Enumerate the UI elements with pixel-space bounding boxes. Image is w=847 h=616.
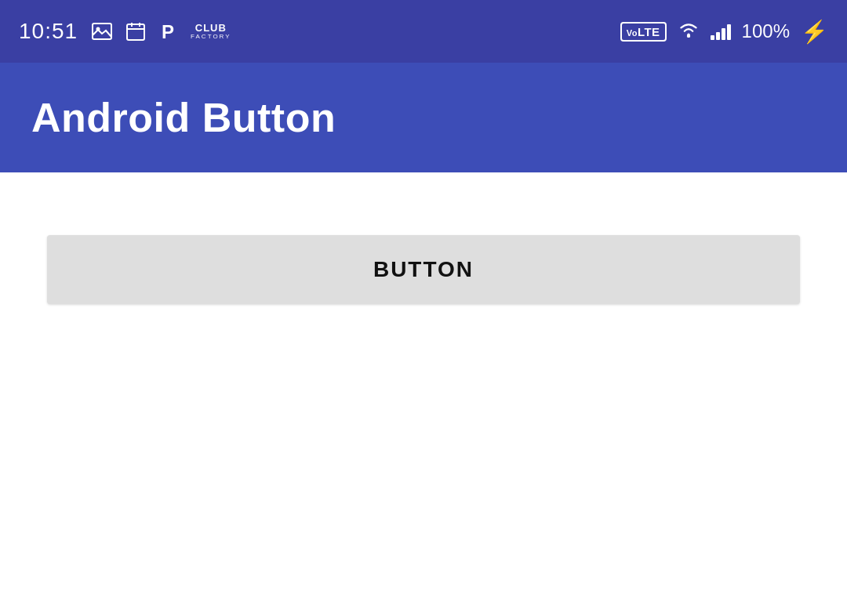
club-factory-icon: CLUB FACTORY (191, 23, 231, 40)
signal-bar-2 (716, 32, 720, 40)
factory-text: FACTORY (191, 34, 231, 40)
signal-bar-3 (722, 28, 725, 40)
status-right-group: VoLTE 100% ⚡ (620, 19, 828, 45)
battery-percent: 100% (742, 20, 790, 42)
wifi-icon (678, 23, 700, 40)
gallery-icon (92, 23, 112, 40)
status-bar: 10:51 P CLUB FAC (0, 0, 847, 63)
main-button[interactable]: BUTTON (47, 235, 800, 304)
signal-bar-1 (711, 35, 714, 40)
volte-badge: VoLTE (620, 22, 667, 42)
main-button-label: BUTTON (373, 257, 474, 282)
signal-bar-4 (727, 24, 731, 40)
club-text: CLUB (195, 23, 227, 34)
parking-icon: P (159, 21, 176, 42)
svg-point-7 (686, 34, 689, 38)
status-left-group: 10:51 P CLUB FAC (19, 19, 231, 44)
battery-charging-icon: ⚡ (801, 19, 828, 45)
main-content: BUTTON (0, 172, 847, 616)
app-bar: Android Button (0, 63, 847, 172)
signal-icon (711, 23, 731, 40)
page-title: Android Button (31, 94, 336, 141)
svg-text:P: P (162, 21, 174, 42)
svg-rect-2 (127, 24, 144, 40)
calendar-icon (126, 22, 145, 41)
status-time: 10:51 (19, 19, 78, 44)
